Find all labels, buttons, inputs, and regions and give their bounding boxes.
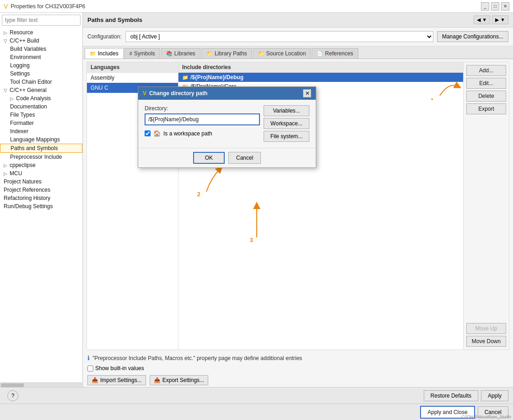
show-builtin-label: Show built-in values [95,365,144,372]
export-icon: 📤 [154,377,161,383]
filesystem-button[interactable]: File system... [264,131,309,142]
help-button[interactable]: ? [7,390,18,401]
tab-references[interactable]: 📄 References [312,48,358,59]
sidebar-item-paths-symbols[interactable]: Paths and Symbols [0,144,82,153]
sidebar-item-label: MCU [10,170,22,177]
directory-input[interactable] [145,113,260,125]
sidebar-item-label: Logging [10,62,30,69]
sidebar-item-logging[interactable]: Logging [0,61,82,70]
arrow-icon: ▷ [4,163,8,168]
spacer [466,116,506,321]
arrow-icon: ▷ [10,96,15,101]
move-down-button[interactable]: Move Down [466,336,506,347]
variables-button[interactable]: Variables... [264,105,309,116]
close-button[interactable]: ✕ [501,2,509,11]
filter-input[interactable] [2,15,81,26]
nav-back-button[interactable]: ◀ ▼ [474,16,490,24]
sidebar-item-cppeclipse[interactable]: ▷ cppeclipse [0,161,82,169]
sidebar-item-code-analysis[interactable]: ▷ Code Analysis [0,94,82,102]
sidebar-item-label: Code Analysis [16,95,51,102]
dir-item-debug[interactable]: 📁 /${ProjName}/Debug [178,73,463,82]
tab-library-paths[interactable]: 📁 Library Paths [201,48,252,59]
minimize-button[interactable]: _ [481,2,489,11]
sidebar-item-project-references[interactable]: Project References [0,186,82,194]
sidebar-item-cpp-build[interactable]: ▽ C/C++ Build [0,37,82,45]
manage-configurations-button[interactable]: Manage Configurations... [437,31,508,42]
sidebar-scrollbar[interactable] [0,382,82,387]
include-dirs-header: Include directories [178,62,463,73]
sidebar-item-run-debug-settings[interactable]: Run/Debug Settings [0,202,82,210]
tab-libraries[interactable]: 📚 Libraries [161,48,200,59]
sidebar-item-environment[interactable]: Environment [0,53,82,61]
delete-button[interactable]: Delete [466,91,506,102]
move-up-button[interactable]: Move Up [466,323,506,334]
show-builtin-checkbox[interactable] [87,366,93,372]
restore-defaults-button[interactable]: Restore Defaults [424,390,478,401]
apply-close-bar: Apply and Close Cancel [0,404,513,420]
panel-header: Paths and Symbols ◀ ▼ ▶ ▼ [83,13,513,27]
content-area: ▷ Resource ▽ C/C++ Build Build Variables… [0,13,513,387]
dialog-close-button[interactable]: ✕ [303,89,311,97]
panel-title: Paths and Symbols [87,16,142,23]
sidebar-item-label: Language Mappings [10,136,60,143]
apply-and-close-button[interactable]: Apply and Close [420,406,475,419]
sidebar-item-resource[interactable]: ▷ Resource [0,28,82,37]
dialog-bottom: OK Cancel [138,148,316,167]
languages-header: Languages [87,62,178,73]
show-builtin-row: Show built-in values [83,363,513,373]
tab-label: Libraries [174,50,195,57]
panel-nav: ◀ ▼ ▶ ▼ [474,16,508,24]
export-settings-button[interactable]: 📤 Export Settings... [150,375,208,385]
sidebar-item-file-types[interactable]: File Types [0,111,82,119]
sidebar-item-label: Paths and Symbols [11,145,58,151]
sidebar-item-preprocessor-include[interactable]: Preprocessor Include [0,153,82,161]
sidebar-item-label: C/C++ General [10,87,47,93]
scrollbar-thumb[interactable] [1,383,24,387]
apply-button[interactable]: Apply [481,390,508,401]
sidebar-item-mcu[interactable]: ▷ MCU [0,169,82,178]
tab-source-location[interactable]: 📁 Source Location [253,48,311,59]
bottom-info: ℹ "Preprocessor Include Paths, Macros et… [83,353,513,363]
export-button[interactable]: Export [466,103,506,114]
sidebar-item-label: File Types [10,112,35,118]
sidebar-item-cpp-general[interactable]: ▽ C/C++ General [0,86,82,94]
sidebar-item-refactoring-history[interactable]: Refactoring History [0,194,82,202]
cancel-button[interactable]: Cancel [228,152,261,164]
sidebar-item-language-mappings[interactable]: Language Mappings [0,135,82,144]
lang-item-assembly[interactable]: Assembly [87,73,178,83]
import-settings-button[interactable]: 📥 Import Settings... [87,375,146,385]
sidebar-item-tool-chain-editor[interactable]: Tool Chain Editor [0,78,82,86]
edit-button[interactable]: Edit... [466,78,506,89]
sidebar-item-build-variables[interactable]: Build Variables [0,45,82,53]
sidebar-tree: ▷ Resource ▽ C/C++ Build Build Variables… [0,27,82,382]
sidebar-item-label: Documentation [10,103,47,110]
sidebar-item-label: Build Variables [10,46,46,52]
right-panel: Paths and Symbols ◀ ▼ ▶ ▼ Configuration:… [83,13,513,387]
sidebar-item-indexer[interactable]: Indexer [0,127,82,135]
sidebar-item-formatter[interactable]: Formatter [0,119,82,127]
arrow-icon: ▽ [4,38,8,43]
config-select[interactable]: obj [ Active ] [125,31,433,42]
titlebar: V Properties for CH32V003F4P6 _ □ ✕ [0,0,513,13]
cancel-bottom-button[interactable]: Cancel [478,406,508,418]
sidebar-item-label: Project References [4,187,50,193]
folder-icon: 📁 [90,51,96,57]
workspace-button[interactable]: Workspace... [264,118,309,129]
sidebar-item-project-natures[interactable]: Project Natures [0,178,82,186]
action-buttons: Add... Edit... Delete Export Move Up Mov… [463,62,509,350]
tab-includes[interactable]: 📁 Includes [85,48,124,59]
add-button[interactable]: Add... [466,65,506,76]
maximize-button[interactable]: □ [491,2,499,11]
tab-symbols[interactable]: # Symbols [124,48,160,59]
sidebar-item-settings[interactable]: Settings [0,70,82,78]
config-bar: Configuration: obj [ Active ] Manage Con… [83,27,513,46]
dialog-right-buttons: Variables... Workspace... File system... [264,105,309,142]
dialog-icon: V [143,90,146,97]
ok-button[interactable]: OK [193,152,225,164]
nav-fwd-button[interactable]: ▶ ▼ [492,16,508,24]
library-icon: 📚 [166,51,173,57]
workspace-path-checkbox[interactable] [145,130,151,136]
sidebar-item-documentation[interactable]: Documentation [0,102,82,111]
sidebar-item-label: Environment [10,54,41,60]
workspace-path-label: Is a workspace path [163,130,212,137]
